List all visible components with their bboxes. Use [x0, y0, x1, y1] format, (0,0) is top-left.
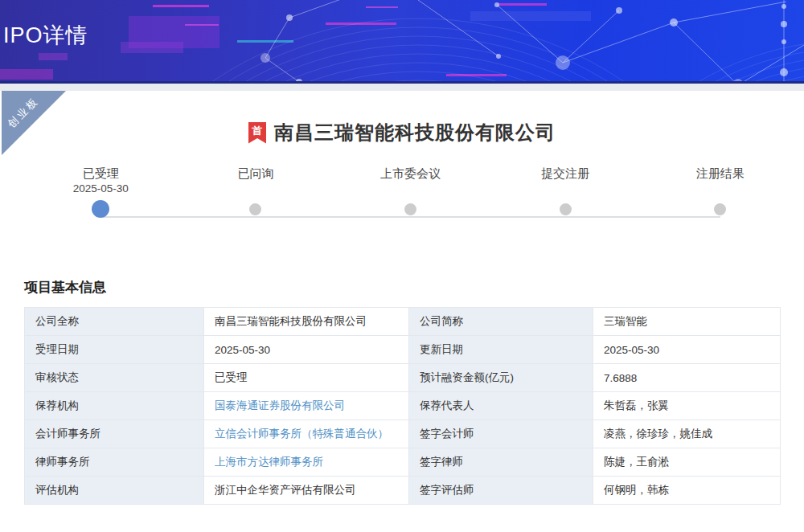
field-label: 评估机构: [25, 477, 204, 505]
field-value: 7.6888: [593, 364, 781, 392]
field-value: 南昌三瑞智能科技股份有限公司: [204, 308, 409, 336]
step-label: 已问询: [178, 166, 334, 182]
step-listing-committee: 上市委会议: [333, 166, 488, 219]
step-accepted: 已受理 2025-05-30: [23, 166, 178, 219]
field-value: 2025-05-30: [593, 336, 781, 364]
field-label: 律师事务所: [25, 448, 204, 477]
accounting-firm-link[interactable]: 立信会计师事务所（特殊普通合伙）: [215, 428, 388, 440]
field-value: 国泰海通证券股份有限公司: [204, 392, 409, 420]
field-label: 公司全称: [25, 308, 204, 336]
field-label: 审核状态: [25, 364, 204, 392]
step-date: 2025-05-30: [23, 182, 178, 199]
step-label: 注册结果: [642, 166, 798, 182]
field-value: 2025-05-30: [204, 336, 409, 364]
company-title-row: 首 南昌三瑞智能科技股份有限公司: [0, 91, 804, 145]
field-label: 签字会计师: [409, 420, 593, 448]
field-value: 已受理: [204, 364, 409, 392]
ipo-detail-card: 创业板 首 南昌三瑞智能科技股份有限公司 已受理 2025-05-30 已问询 …: [0, 91, 804, 530]
step-label: 已受理: [23, 166, 178, 182]
field-label: 更新日期: [409, 336, 593, 364]
step-dot: [714, 203, 726, 215]
field-value: 浙江中企华资产评估有限公司: [204, 477, 409, 505]
field-value: 立信会计师事务所（特殊普通合伙）: [204, 420, 409, 448]
field-label: 预计融资金额(亿元): [409, 364, 593, 392]
step-date: [333, 182, 488, 199]
field-label: 会计师事务所: [25, 420, 204, 448]
page-banner: IPO详情: [0, 0, 804, 84]
step-dot: [404, 203, 416, 215]
field-label: 保荐代表人: [409, 392, 593, 420]
step-date: [488, 182, 643, 199]
step-label: 上市委会议: [333, 166, 488, 182]
page-title: IPO详情: [3, 21, 88, 50]
step-label: 提交注册: [488, 166, 643, 182]
ipo-progress-stepper: 已受理 2025-05-30 已问询 上市委会议 提交注册 注册结果: [23, 166, 798, 219]
table-row: 评估机构 浙江中企华资产评估有限公司 签字评估师 何钢明，韩栋: [25, 477, 781, 505]
company-name: 南昌三瑞智能科技股份有限公司: [274, 120, 556, 145]
step-registration-result: 注册结果: [642, 166, 798, 219]
step-submit-registration: 提交注册: [488, 166, 643, 219]
field-label: 保荐机构: [25, 392, 204, 420]
field-value: 三瑞智能: [593, 308, 781, 336]
step-dot: [249, 203, 261, 215]
law-firm-link[interactable]: 上海市方达律师事务所: [215, 456, 323, 468]
field-value: 朱哲磊，张翼: [593, 392, 781, 420]
stepper-connector-line: [100, 216, 720, 218]
header-divider-strip: [0, 84, 804, 91]
step-date: [178, 182, 334, 199]
table-row: 保荐机构 国泰海通证券股份有限公司 保荐代表人 朱哲磊，张翼: [25, 392, 781, 420]
table-row: 公司全称 南昌三瑞智能科技股份有限公司 公司简称 三瑞智能: [25, 308, 781, 336]
step-dot-active: [92, 200, 109, 218]
field-label: 签字律师: [409, 448, 593, 477]
section-title: 项目基本信息: [24, 278, 804, 297]
first-issue-badge-icon: 首: [248, 122, 266, 144]
basic-info-table: 公司全称 南昌三瑞智能科技股份有限公司 公司简称 三瑞智能 受理日期 2025-…: [24, 307, 781, 505]
banner-network-art: [0, 0, 804, 84]
table-row: 受理日期 2025-05-30 更新日期 2025-05-30: [25, 336, 781, 364]
step-dot: [560, 203, 572, 215]
field-value: 上海市方达律师事务所: [204, 448, 409, 477]
field-value: 凌燕，徐珍珍，姚佳成: [593, 420, 781, 448]
field-label: 签字评估师: [409, 477, 593, 505]
table-row: 审核状态 已受理 预计融资金额(亿元) 7.6888: [25, 364, 781, 392]
sponsor-institution-link[interactable]: 国泰海通证券股份有限公司: [215, 399, 345, 411]
step-date: [642, 182, 798, 199]
step-inquired: 已问询: [178, 166, 334, 219]
field-label: 受理日期: [25, 336, 204, 364]
field-value: 何钢明，韩栋: [593, 477, 781, 505]
table-row: 律师事务所 上海市方达律师事务所 签字律师 陈婕，王俞淞: [25, 448, 781, 477]
table-row: 会计师事务所 立信会计师事务所（特殊普通合伙） 签字会计师 凌燕，徐珍珍，姚佳成: [25, 420, 781, 448]
field-value: 陈婕，王俞淞: [593, 448, 781, 477]
field-label: 公司简称: [409, 308, 593, 336]
